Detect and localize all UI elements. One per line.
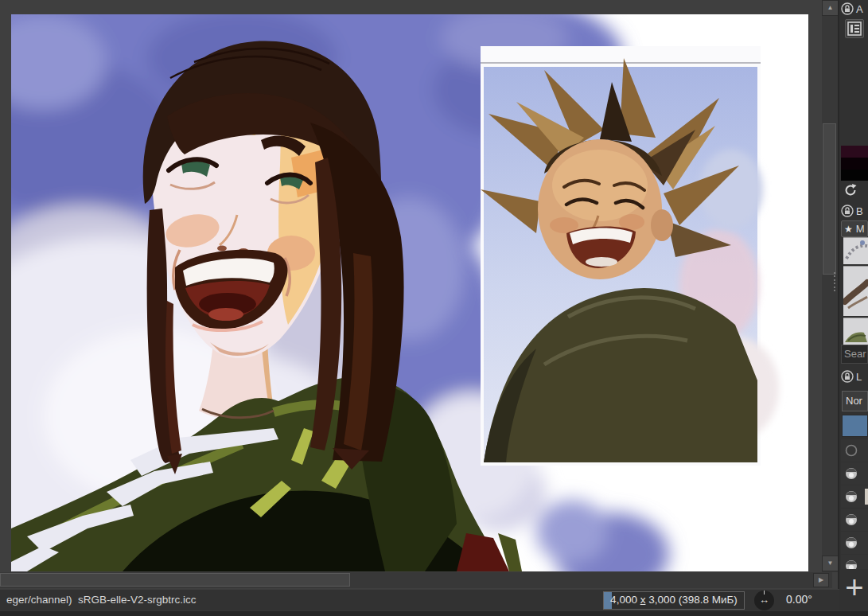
docker-title-brush-presets: B: [839, 204, 868, 218]
vertical-scrollbar-thumb[interactable]: [823, 123, 836, 275]
layer-list: [839, 439, 868, 569]
brush-tag-dropdown[interactable]: ★ M: [841, 220, 868, 237]
window-bottom-edge: [0, 611, 868, 616]
docker-title-label: L: [856, 371, 862, 383]
scroll-down-icon: ▼: [827, 559, 834, 567]
shade-strip-maroon[interactable]: [841, 146, 868, 158]
scroll-up-button[interactable]: ▲: [822, 0, 839, 16]
refresh-icon: [843, 182, 858, 198]
layer-visible-icon[interactable]: [844, 466, 858, 481]
layer-visible-icon[interactable]: [844, 513, 858, 527]
list-icon: [847, 21, 862, 36]
add-layer-icon: +: [845, 570, 863, 605]
brush-preset-thumbnail[interactable]: [843, 318, 868, 345]
lock-icon[interactable]: [841, 205, 854, 217]
lock-icon[interactable]: [841, 370, 854, 383]
opacity-slider[interactable]: [842, 415, 868, 437]
status-bar: eger/channel) sRGB-elle-V2-srgbtrc.icc 4…: [0, 589, 839, 611]
right-docker-panel: A B: [839, 0, 868, 616]
blend-mode-label: Nor: [846, 395, 862, 407]
reference-photo: [481, 46, 779, 466]
brush-tag-label: M: [856, 223, 865, 235]
refresh-button[interactable]: [843, 182, 858, 201]
layer-row[interactable]: [841, 555, 868, 569]
blend-mode-dropdown[interactable]: Nor: [842, 391, 868, 411]
brush-preset-thumbnail[interactable]: [843, 266, 868, 316]
splitter-handle[interactable]: [832, 272, 837, 291]
layer-row[interactable]: [841, 439, 868, 462]
add-layer-button[interactable]: +: [842, 571, 867, 605]
shade-strip-dark[interactable]: [841, 158, 868, 170]
layer-row[interactable]: [841, 532, 868, 554]
scroll-right-button[interactable]: ▶: [813, 573, 829, 587]
shade-strip-black[interactable]: [841, 170, 868, 181]
scroll-up-icon: ▲: [827, 4, 834, 11]
docker-title-layers: L: [839, 369, 868, 384]
brush-preset-thumbnail[interactable]: [843, 237, 868, 264]
krita-window: ▲ ▼ ▶ A: [0, 0, 868, 616]
canvas-viewport[interactable]: [11, 14, 808, 571]
docker-title-color-selector: A: [839, 2, 868, 16]
star-icon: ★: [844, 224, 853, 235]
horizontal-scrollbar[interactable]: ▶: [0, 572, 832, 588]
scroll-right-icon: ▶: [819, 576, 823, 583]
rotation-angle-text: 0.00°: [786, 593, 812, 606]
layer-hidden-icon[interactable]: [844, 443, 858, 458]
rotate-arrow-icon: ↔: [759, 594, 769, 606]
layer-row[interactable]: [841, 509, 868, 531]
lock-icon[interactable]: [841, 2, 854, 15]
brush-search-input[interactable]: Sear: [841, 345, 868, 364]
docker-title-label: A: [856, 3, 863, 15]
layer-visible-icon[interactable]: [844, 559, 858, 569]
layer-visible-icon[interactable]: [844, 489, 858, 504]
color-profile-text: eger/channel) sRGB-elle-V2-srgbtrc.icc: [6, 594, 197, 606]
scroll-down-button[interactable]: ▼: [822, 556, 839, 571]
memory-usage-indicator[interactable]: 4,000 x 3,000 (398.8 МиБ): [603, 591, 745, 610]
docker-title-label: B: [856, 205, 863, 217]
rotation-dial-tick: [764, 591, 765, 595]
image-size-text: 4,000 x 3,000 (398.8 МиБ): [604, 594, 744, 606]
horizontal-scrollbar-thumb[interactable]: [0, 573, 350, 587]
layer-thumbnail-sliver: [865, 489, 868, 505]
brush-search-placeholder: Sear: [844, 348, 866, 360]
canvas-artwork[interactable]: [11, 14, 808, 571]
color-selector-settings-button[interactable]: [845, 19, 864, 38]
layer-visible-icon[interactable]: [844, 536, 858, 550]
layer-row[interactable]: [841, 485, 868, 508]
layer-row[interactable]: [841, 462, 868, 485]
